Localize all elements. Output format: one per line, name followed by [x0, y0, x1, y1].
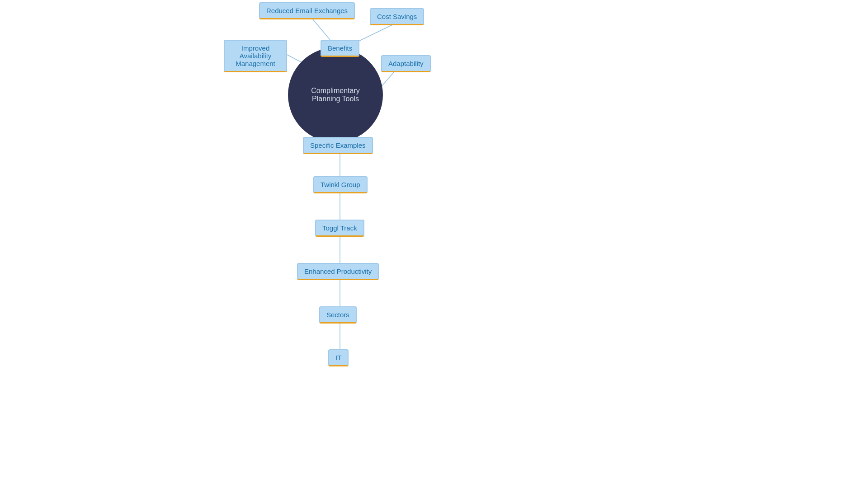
enhanced-productivity-node[interactable]: Enhanced Productivity: [297, 263, 379, 280]
center-label: Complimentary Planning Tools: [297, 87, 374, 103]
improved-availability-label: Improved Availability Management: [236, 44, 275, 67]
reduced-email-label: Reduced Email Exchanges: [266, 7, 348, 14]
adaptability-label: Adaptability: [388, 60, 424, 67]
benefits-node[interactable]: Benefits: [321, 40, 359, 57]
benefits-label: Benefits: [328, 44, 352, 52]
cost-savings-label: Cost Savings: [377, 13, 417, 20]
enhanced-productivity-label: Enhanced Productivity: [304, 267, 372, 275]
it-node[interactable]: IT: [328, 349, 349, 366]
toggl-track-label: Toggl Track: [322, 224, 357, 232]
improved-availability-node[interactable]: Improved Availability Management: [224, 40, 287, 72]
specific-examples-label: Specific Examples: [310, 141, 366, 149]
adaptability-node[interactable]: Adaptability: [381, 55, 431, 72]
reduced-email-node[interactable]: Reduced Email Exchanges: [259, 2, 355, 19]
sectors-label: Sectors: [326, 311, 349, 319]
twinkl-group-label: Twinkl Group: [321, 181, 360, 188]
sectors-node[interactable]: Sectors: [319, 306, 357, 324]
svg-line-4: [382, 70, 396, 86]
center-node: Complimentary Planning Tools: [288, 47, 383, 142]
toggl-track-node[interactable]: Toggl Track: [315, 220, 364, 237]
it-label: IT: [335, 354, 341, 361]
twinkl-group-node[interactable]: Twinkl Group: [313, 176, 368, 193]
specific-examples-node[interactable]: Specific Examples: [303, 137, 373, 154]
cost-savings-node[interactable]: Cost Savings: [370, 8, 424, 25]
